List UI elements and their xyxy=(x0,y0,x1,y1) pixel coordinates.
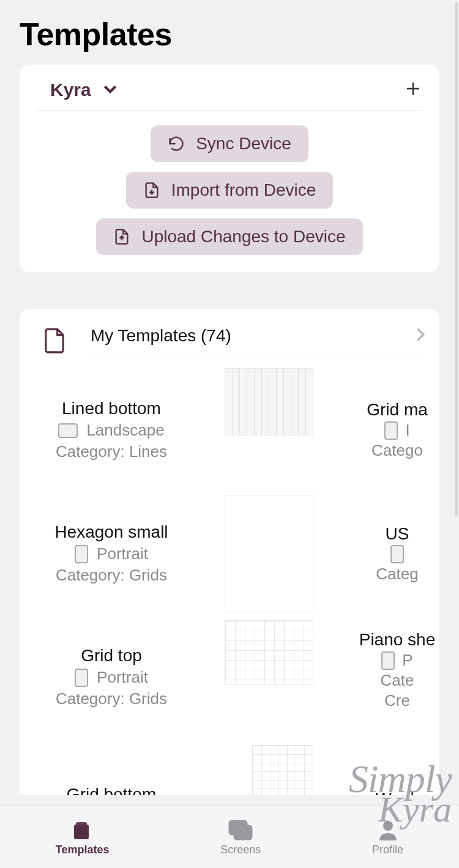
tab-templates[interactable]: Templates xyxy=(56,818,110,856)
svg-rect-4 xyxy=(74,825,89,839)
template-item[interactable]: Grid ma I Catego xyxy=(313,368,439,492)
portrait-icon xyxy=(75,669,88,687)
scroll-indicator[interactable] xyxy=(455,2,458,516)
chevron-down-icon xyxy=(101,80,119,100)
my-templates-section: My Templates (74) Lined bottom Landscape xyxy=(20,309,439,795)
refresh-icon xyxy=(168,135,185,152)
template-item[interactable]: US Categ xyxy=(313,492,439,615)
device-card: Kyra Sync Device Import from Device Uplo xyxy=(20,65,439,272)
templates-list: Lined bottom Landscape Category: Lines G… xyxy=(20,368,439,795)
page-title: Templates xyxy=(20,16,439,53)
portrait-icon xyxy=(384,421,398,440)
template-name: Hexagon small xyxy=(54,522,168,542)
template-preview xyxy=(225,368,313,436)
template-name: Lined bottom xyxy=(62,399,161,418)
template-item[interactable]: Grid top Portrait Category: Grids xyxy=(20,615,313,739)
svg-point-7 xyxy=(237,829,241,833)
template-name: Grid bottom xyxy=(67,785,156,795)
tab-profile[interactable]: Profile xyxy=(372,818,403,856)
profile-icon xyxy=(375,818,401,842)
add-button[interactable] xyxy=(404,80,422,100)
device-selector[interactable]: Kyra xyxy=(37,80,119,100)
template-item[interactable]: Grid bottom xyxy=(20,739,313,795)
sync-device-button[interactable]: Sync Device xyxy=(151,125,308,162)
templates-icon xyxy=(69,818,96,842)
template-item[interactable]: Lined bottom Landscape Category: Lines xyxy=(20,368,313,492)
document-icon xyxy=(43,327,66,357)
my-templates-header[interactable]: My Templates (74) xyxy=(20,321,439,368)
tab-bar: Templates Screens Profile xyxy=(0,806,459,868)
template-name: Grid top xyxy=(81,646,142,666)
screens-icon xyxy=(227,818,254,842)
template-preview xyxy=(225,495,313,612)
template-item[interactable]: Piano she P Cate Cre xyxy=(313,615,439,739)
template-preview xyxy=(252,745,313,795)
template-item[interactable]: Week xyxy=(313,739,439,795)
tab-screens[interactable]: Screens xyxy=(220,818,261,856)
file-import-icon xyxy=(143,182,160,199)
import-from-device-button[interactable]: Import from Device xyxy=(126,172,334,209)
template-item[interactable]: Hexagon small Portrait Category: Grids xyxy=(20,492,313,615)
my-templates-title: My Templates (74) xyxy=(91,326,231,346)
template-preview xyxy=(225,620,313,685)
portrait-icon xyxy=(75,545,88,563)
landscape-icon xyxy=(58,423,78,438)
svg-point-8 xyxy=(383,821,393,831)
chevron-right-icon xyxy=(415,327,426,344)
portrait-icon xyxy=(390,545,404,563)
portrait-icon xyxy=(381,651,395,670)
device-name: Kyra xyxy=(50,80,91,100)
file-upload-icon xyxy=(113,228,130,245)
upload-changes-button[interactable]: Upload Changes to Device xyxy=(96,218,362,255)
